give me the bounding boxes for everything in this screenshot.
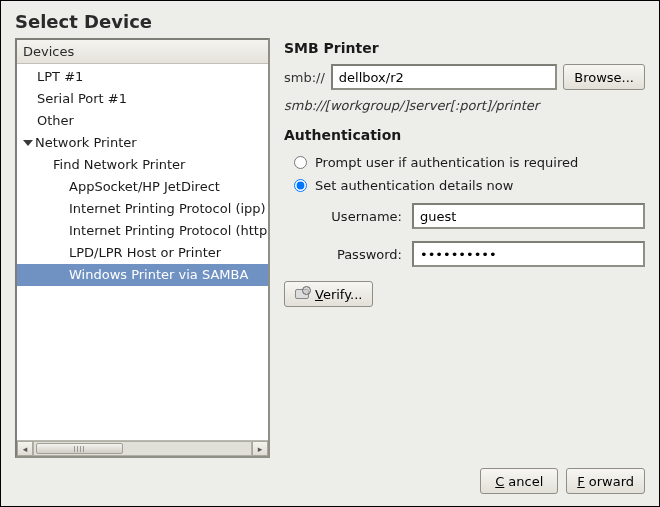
smb-uri-hint: smb://[workgroup/]server[:port]/printer (284, 98, 645, 113)
devices-panel: Devices LPT #1 Serial Port #1 Other Netw… (15, 38, 270, 458)
auth-radio-set-now[interactable] (294, 179, 307, 192)
scroll-left-button[interactable]: ◂ (17, 441, 33, 456)
username-label: Username: (320, 209, 402, 224)
device-other[interactable]: Other (17, 110, 268, 132)
device-find-network-printer[interactable]: Find Network Printer (17, 154, 268, 176)
device-appsocket[interactable]: AppSocket/HP JetDirect (17, 176, 268, 198)
device-ipp[interactable]: Internet Printing Protocol (ipp) (17, 198, 268, 220)
devices-tree-frame: Devices LPT #1 Serial Port #1 Other Netw… (15, 38, 270, 458)
smb-uri-row: smb:// Browse... (284, 64, 645, 90)
scroll-track[interactable] (33, 441, 252, 456)
smb-printer-heading: SMB Printer (284, 40, 645, 56)
device-serial[interactable]: Serial Port #1 (17, 88, 268, 110)
forward-button[interactable]: Forward (566, 468, 645, 494)
password-row: Password: (320, 241, 645, 267)
device-lpd[interactable]: LPD/LPR Host or Printer (17, 242, 268, 264)
auth-option-set-now[interactable]: Set authentication details now (294, 178, 645, 193)
dialog-title: Select Device (1, 1, 659, 38)
username-row: Username: (320, 203, 645, 229)
device-windows-samba[interactable]: Windows Printer via SAMBA (17, 264, 268, 286)
horizontal-scrollbar[interactable]: ◂ ▸ (17, 440, 268, 456)
verify-button[interactable]: Verify... (284, 281, 373, 307)
auth-radio-prompt[interactable] (294, 156, 307, 169)
auth-option-prompt[interactable]: Prompt user if authentication is require… (294, 155, 645, 170)
username-input[interactable] (412, 203, 645, 229)
select-device-dialog: Select Device Devices LPT #1 Serial Port… (0, 0, 660, 507)
device-lpt[interactable]: LPT #1 (17, 66, 268, 88)
authentication-heading: Authentication (284, 127, 645, 143)
device-network-printer-group[interactable]: Network Printer (17, 132, 268, 154)
verify-icon (295, 287, 311, 301)
device-ipps[interactable]: Internet Printing Protocol (https) (17, 220, 268, 242)
scroll-right-button[interactable]: ▸ (252, 441, 268, 456)
devices-column-header[interactable]: Devices (17, 40, 268, 64)
password-label: Password: (320, 247, 402, 262)
smb-uri-input[interactable] (331, 64, 557, 90)
cancel-button[interactable]: Cancel (480, 468, 558, 494)
browse-button[interactable]: Browse... (563, 64, 645, 90)
settings-panel: SMB Printer smb:// Browse... smb://[work… (284, 38, 645, 458)
chevron-down-icon[interactable] (23, 138, 33, 148)
devices-tree[interactable]: LPT #1 Serial Port #1 Other Network Prin… (17, 64, 268, 440)
dialog-footer: Cancel Forward (1, 468, 659, 506)
verify-row: Verify... (284, 281, 645, 307)
scroll-thumb[interactable] (36, 443, 123, 454)
password-input[interactable] (412, 241, 645, 267)
smb-prefix: smb:// (284, 70, 325, 85)
dialog-body: Devices LPT #1 Serial Port #1 Other Netw… (1, 38, 659, 468)
